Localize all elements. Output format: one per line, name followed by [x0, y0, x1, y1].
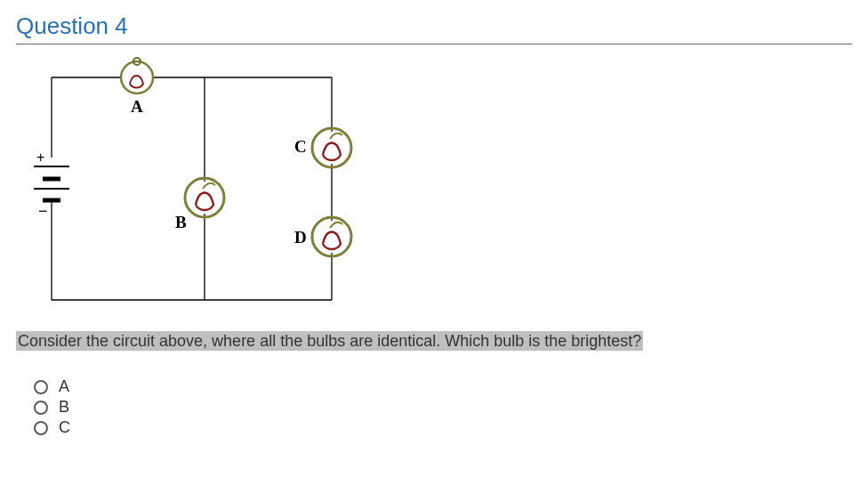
question-title: Question 4	[16, 12, 852, 40]
title-divider	[16, 44, 852, 45]
option-b[interactable]: B	[34, 398, 852, 417]
question-prompt: Consider the circuit above, where all th…	[16, 331, 852, 351]
option-label: C	[59, 418, 70, 437]
radio-icon	[34, 421, 48, 435]
battery-minus-label: −	[38, 202, 48, 220]
svg-point-18	[185, 178, 224, 217]
bulb-d-icon	[312, 217, 351, 256]
bulb-a-label: A	[131, 97, 143, 116]
radio-icon	[34, 380, 48, 394]
bulb-a-icon	[121, 58, 153, 93]
svg-point-16	[121, 61, 153, 93]
bulb-c-label: C	[294, 137, 307, 156]
bulb-b-icon	[185, 178, 224, 217]
bulb-c-icon	[312, 128, 351, 167]
battery-plus-label: +	[36, 150, 44, 165]
radio-icon	[34, 401, 48, 415]
option-c[interactable]: C	[34, 418, 852, 437]
battery-icon	[34, 166, 69, 200]
bulb-d-label: D	[294, 228, 307, 247]
svg-point-20	[312, 217, 351, 256]
svg-point-19	[312, 128, 351, 167]
answer-options: A B C	[34, 377, 852, 437]
option-label: B	[59, 398, 69, 417]
circuit-diagram: + − A B C D	[34, 53, 834, 324]
bulb-b-label: B	[175, 213, 187, 231]
option-label: A	[59, 377, 69, 396]
option-a[interactable]: A	[34, 377, 852, 396]
